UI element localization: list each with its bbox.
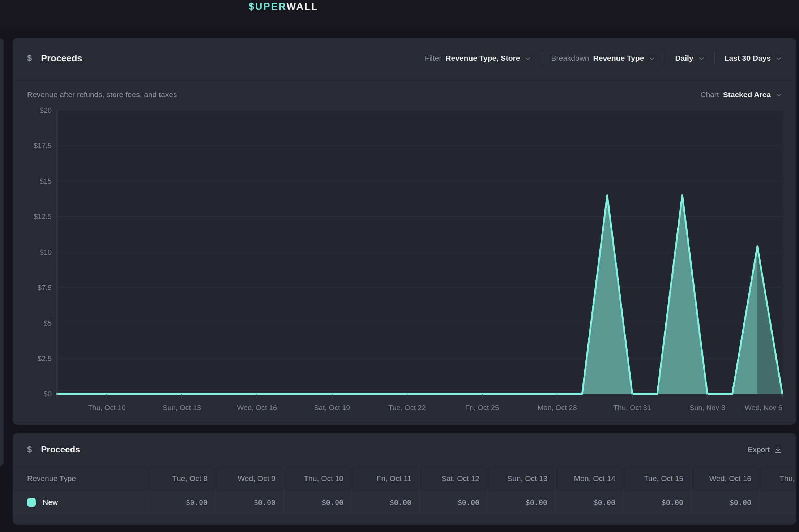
series-name-cell: New [13,491,148,514]
table-header-row: Revenue Type Tue, Oct 8 Wed, Oct 9 Thu, … [13,466,796,491]
table-value-cell: $0.00 [283,491,351,514]
table-value-cell: $0.00 [215,491,283,514]
dollar-icon: $ [27,445,32,455]
x-axis-tick-label: Tue, Oct 22 [388,404,426,412]
proceeds-chart-card: $ Proceeds Filter Revenue Type, Store Br… [13,38,796,425]
table-header-cell: Wed, Oct 16 [691,466,759,491]
controls-divider [714,51,715,65]
table-value-cell: $0.00 [419,491,487,514]
date-range-dropdown[interactable]: Last 30 Days [725,54,782,63]
breakdown-dropdown[interactable]: Breakdown Revenue Type [551,54,655,63]
y-axis-tick-label: $5 [24,319,52,327]
granularity-value: Daily [675,54,693,63]
table-value-cell: $0.00 [487,491,555,514]
export-button[interactable]: Export [748,445,782,454]
table-card-title: Proceeds [41,445,80,455]
table-header-cell: Thu, Oct 10 [283,466,351,491]
x-axis-tick-label: Sun, Nov 3 [689,404,725,412]
chevron-down-icon [649,55,655,62]
x-axis-tick-label: Wed, Oct 16 [237,404,277,412]
chevron-down-icon [776,55,782,62]
table-value-cell: $0.00 [555,491,623,514]
x-axis-tick-label: Sat, Oct 19 [314,404,350,412]
stacked-area-chart[interactable] [57,110,782,394]
y-axis-tick-label: $12.5 [24,212,52,221]
x-axis-tick-label: Thu, Oct 10 [88,404,126,412]
table-header-cell: Sat, Oct 12 [419,466,487,491]
breakdown-value: Revenue Type [593,54,644,63]
chart-subtitle: Revenue after refunds, store fees, and t… [27,90,177,99]
table-header-cell: Fri, Oct 11 [351,466,419,491]
chart-card-header: $ Proceeds Filter Revenue Type, Store Br… [13,38,796,79]
date-range-value: Last 30 Days [725,54,771,63]
table-value-cell: $0.00 [148,491,215,514]
table-row: New $0.00 $0.00 $0.00 $0.00 $0.00 $0.00 … [13,491,796,514]
x-axis-tick-label: Wed, Nov 6 [745,404,782,412]
y-axis-tick-label: $17.5 [24,141,52,150]
logo-accent-text: $UPER [249,1,287,12]
table-header-cell: Sun, Oct 13 [487,466,555,491]
chevron-down-icon [698,55,705,62]
table-header-cell: Mon, Oct 14 [555,466,623,491]
x-axis-tick-label: Fri, Oct 25 [465,404,499,412]
logo-rest-text: WALL [287,1,319,12]
chevron-down-icon [776,92,782,98]
x-axis-tick-label: Sun, Oct 13 [163,404,201,412]
series-swatch [27,498,36,507]
x-axis-labels: Thu, Oct 10Sun, Oct 13Wed, Oct 16Sat, Oc… [57,404,782,415]
dollar-icon: $ [27,53,32,63]
superwall-logo: $UPERWALL [249,0,319,13]
chart-type-value: Stacked Area [723,90,771,99]
table-value-cell: $0.00 [351,491,419,514]
table-value-cell: $0.00 [623,491,691,514]
table-header-cell: Tue, Oct 15 [623,466,691,491]
table-header-cell: Revenue Type [13,466,148,491]
table-value-cell: $0.00 [691,491,759,514]
left-edge-card-sliver [0,38,4,466]
series-name: New [43,498,58,507]
chart-card-title: Proceeds [41,53,82,64]
table-value-cell: $0.00 [759,491,796,514]
chart-type-label: Chart [700,90,719,99]
table-header-cell: Thu, Oct 17 [759,466,796,491]
chart-type-dropdown[interactable]: Chart Stacked Area [700,90,782,99]
filter-label: Filter [425,54,442,63]
top-bar: $UPERWALL [0,0,799,28]
y-axis-tick-label: $15 [24,177,52,185]
filter-dropdown[interactable]: Filter Revenue Type, Store [425,54,531,63]
download-icon [774,446,782,454]
proceeds-table-card[interactable]: $ Proceeds Export Revenue Type Tue, Oct … [13,433,796,525]
chevron-down-icon [525,55,531,62]
y-axis-tick-label: $7.5 [24,283,52,292]
table-header-cell: Tue, Oct 8 [148,466,215,491]
filter-value: Revenue Type, Store [445,54,520,63]
controls-divider [541,51,541,65]
y-axis-tick-label: $2.5 [24,354,52,363]
breakdown-label: Breakdown [551,54,589,63]
y-axis-tick-label: $0 [24,390,52,398]
export-label: Export [748,445,770,454]
y-axis-tick-label: $20 [24,106,52,115]
table-header-cell: Wed, Oct 9 [215,466,283,491]
granularity-dropdown[interactable]: Daily [675,54,704,63]
chart-subtitle-row: Revenue after refunds, store fees, and t… [13,79,796,110]
x-axis-tick-label: Mon, Oct 28 [538,404,577,412]
x-axis-tick-label: Thu, Oct 31 [614,404,651,412]
y-axis-tick-label: $10 [24,248,52,257]
chart-controls: Filter Revenue Type, Store Breakdown Rev… [425,51,782,65]
table-card-header: $ Proceeds Export [13,433,796,466]
controls-divider [665,51,665,65]
